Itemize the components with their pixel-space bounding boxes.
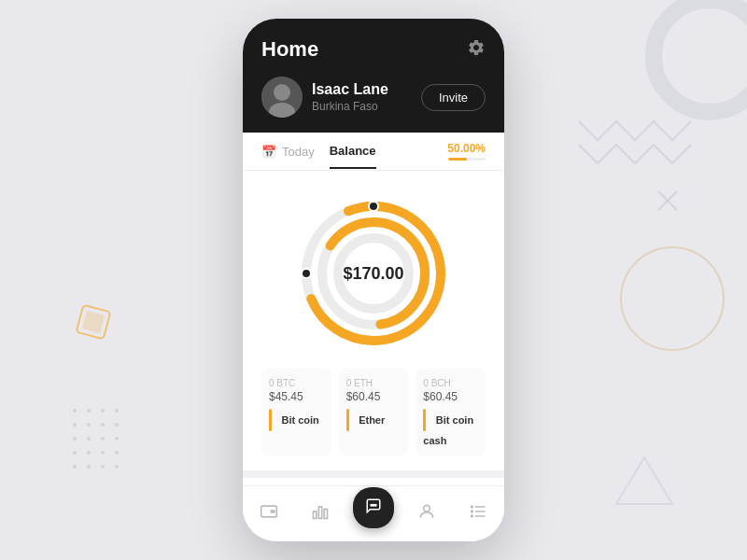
main-content: $170.00 0 BTC $45.45 Bit coin 0 ETH $60.… <box>243 171 504 470</box>
svg-point-9 <box>115 409 119 413</box>
svg-point-6 <box>73 409 77 413</box>
svg-point-51 <box>472 515 473 517</box>
bottom-nav <box>243 485 504 541</box>
svg-point-50 <box>472 511 473 512</box>
wallet-icon <box>260 502 278 525</box>
svg-point-18 <box>73 451 77 455</box>
svg-rect-41 <box>324 510 327 519</box>
nav-message[interactable] <box>353 487 394 528</box>
svg-line-1 <box>658 191 677 210</box>
svg-point-44 <box>374 504 376 506</box>
svg-point-7 <box>87 409 91 413</box>
svg-point-10 <box>73 423 77 427</box>
svg-point-28 <box>274 84 290 101</box>
ether-name: Ether <box>359 414 385 426</box>
svg-point-3 <box>621 247 724 350</box>
calendar-icon: 📅 <box>261 145 276 159</box>
donut-amount: $170.00 <box>343 264 403 283</box>
nav-wallet[interactable] <box>250 498 288 529</box>
svg-point-49 <box>472 506 473 508</box>
svg-point-42 <box>371 504 373 506</box>
svg-point-14 <box>73 437 77 441</box>
ether-ticker: 0 ETH <box>346 378 402 388</box>
bitcoin-name: Bit coin <box>281 414 318 426</box>
phone-container: Home Isaac Lane Burkina Faso <box>243 19 504 541</box>
ether-bar <box>346 409 349 431</box>
ether-usd: $60.45 <box>346 390 402 403</box>
message-icon <box>365 497 382 518</box>
chart-icon <box>311 502 330 525</box>
donut-label: $170.00 <box>343 264 403 284</box>
invite-button[interactable]: Invite <box>421 84 486 111</box>
nav-list[interactable] <box>459 498 497 529</box>
svg-point-35 <box>302 269 311 278</box>
donut-chart: $170.00 <box>299 199 448 348</box>
header-title: Home <box>261 37 318 62</box>
tab-today[interactable]: 📅 Today <box>261 145 315 168</box>
svg-rect-4 <box>77 305 111 340</box>
svg-point-21 <box>115 451 119 455</box>
nav-person[interactable] <box>408 498 445 529</box>
bch-name: Bit coin cash <box>423 414 473 446</box>
svg-rect-40 <box>318 507 321 519</box>
crypto-item-ether: 0 ETH $60.45 Ether <box>339 369 409 455</box>
svg-point-19 <box>87 451 91 455</box>
bch-ticker: 0 BCH <box>423 378 478 388</box>
svg-rect-5 <box>82 311 105 333</box>
svg-point-0 <box>654 0 747 112</box>
nav-chart[interactable] <box>302 498 339 529</box>
person-icon <box>417 502 436 525</box>
bitcoin-bar <box>269 409 272 431</box>
svg-point-23 <box>87 465 91 469</box>
profile-name: Isaac Lane <box>312 81 388 98</box>
profile-info: Isaac Lane Burkina Faso <box>261 77 388 118</box>
header: Home Isaac Lane Burkina Faso <box>243 19 504 133</box>
svg-point-22 <box>73 465 77 469</box>
profile-location: Burkina Faso <box>312 100 388 113</box>
svg-point-45 <box>424 505 430 511</box>
svg-line-2 <box>658 191 677 210</box>
svg-point-17 <box>115 437 119 441</box>
list-icon <box>469 502 487 525</box>
svg-point-20 <box>101 451 105 455</box>
svg-point-24 <box>101 465 105 469</box>
bitcoin-ticker: 0 BTC <box>269 378 324 388</box>
chart-area: $170.00 <box>258 189 489 357</box>
settings-icon[interactable] <box>467 38 486 61</box>
crypto-item-bitcoin: 0 BTC $45.45 Bit coin <box>261 369 331 455</box>
svg-point-11 <box>87 423 91 427</box>
tab-percentage: 50.00% <box>447 142 486 170</box>
bch-bar <box>423 409 426 431</box>
svg-marker-26 <box>616 457 672 504</box>
svg-point-43 <box>373 504 374 506</box>
svg-point-36 <box>369 202 378 211</box>
percentage-bar <box>448 158 486 161</box>
svg-point-16 <box>101 437 105 441</box>
tab-bar: 📅 Today Balance 50.00% <box>243 133 504 171</box>
tab-balance[interactable]: Balance <box>330 144 376 169</box>
svg-rect-38 <box>270 510 275 512</box>
crypto-item-bch: 0 BCH $60.45 Bit coin cash <box>416 369 486 455</box>
bitcoin-usd: $45.45 <box>269 390 324 403</box>
svg-point-25 <box>115 465 119 469</box>
svg-point-12 <box>101 423 105 427</box>
crypto-row: 0 BTC $45.45 Bit coin 0 ETH $60.45 Ether… <box>258 369 489 455</box>
avatar <box>261 77 303 118</box>
svg-point-13 <box>115 423 119 427</box>
percentage-text: 50.00% <box>447 142 486 155</box>
svg-point-15 <box>87 437 91 441</box>
bch-usd: $60.45 <box>423 390 478 403</box>
svg-point-8 <box>101 409 105 413</box>
percentage-fill <box>448 158 467 161</box>
svg-rect-39 <box>313 511 316 519</box>
